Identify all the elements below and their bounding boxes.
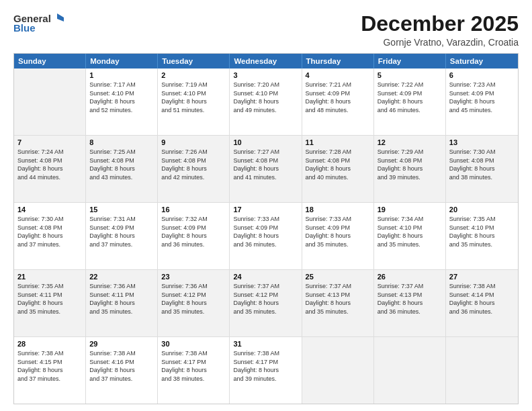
- day-number: 4: [306, 71, 370, 79]
- day-number: 20: [449, 205, 515, 214]
- calendar-cell: 25Sunrise: 7:37 AM Sunset: 4:13 PM Dayli…: [302, 270, 374, 336]
- svg-marker-0: [57, 13, 64, 21]
- calendar-cell: 22Sunrise: 7:36 AM Sunset: 4:11 PM Dayli…: [86, 270, 158, 336]
- day-number: 1: [89, 71, 154, 79]
- cell-info: Sunrise: 7:37 AM Sunset: 4:13 PM Dayligh…: [378, 282, 442, 316]
- calendar-week-4: 21Sunrise: 7:35 AM Sunset: 4:11 PM Dayli…: [14, 270, 518, 337]
- header-monday: Monday: [86, 54, 158, 68]
- calendar-cell: [14, 68, 86, 135]
- logo-bird-icon: [52, 12, 64, 24]
- calendar-cell: 18Sunrise: 7:33 AM Sunset: 4:09 PM Dayli…: [302, 203, 374, 269]
- calendar-cell: 2Sunrise: 7:19 AM Sunset: 4:10 PM Daylig…: [158, 68, 230, 135]
- calendar-cell: 29Sunrise: 7:38 AM Sunset: 4:16 PM Dayli…: [86, 337, 158, 404]
- cell-info: Sunrise: 7:37 AM Sunset: 4:13 PM Dayligh…: [306, 282, 370, 316]
- calendar-cell: 31Sunrise: 7:38 AM Sunset: 4:17 PM Dayli…: [230, 337, 302, 404]
- cell-info: Sunrise: 7:35 AM Sunset: 4:11 PM Dayligh…: [17, 282, 82, 316]
- cell-info: Sunrise: 7:38 AM Sunset: 4:16 PM Dayligh…: [89, 349, 154, 383]
- day-number: 14: [17, 205, 82, 214]
- cell-info: Sunrise: 7:36 AM Sunset: 4:11 PM Dayligh…: [89, 282, 154, 316]
- cell-info: Sunrise: 7:36 AM Sunset: 4:12 PM Dayligh…: [161, 282, 226, 316]
- day-number: 15: [89, 205, 154, 214]
- calendar-cell: 7Sunrise: 7:24 AM Sunset: 4:08 PM Daylig…: [14, 136, 86, 202]
- day-number: 22: [89, 273, 154, 281]
- calendar-cell: 16Sunrise: 7:32 AM Sunset: 4:09 PM Dayli…: [158, 203, 230, 269]
- day-number: 29: [89, 340, 154, 348]
- calendar-cell: 17Sunrise: 7:33 AM Sunset: 4:09 PM Dayli…: [230, 203, 302, 269]
- day-number: 19: [378, 205, 442, 214]
- header-sunday: Sunday: [14, 54, 86, 68]
- calendar-cell: 5Sunrise: 7:22 AM Sunset: 4:09 PM Daylig…: [374, 68, 446, 135]
- cell-info: Sunrise: 7:30 AM Sunset: 4:08 PM Dayligh…: [449, 148, 515, 181]
- day-number: 30: [161, 340, 226, 348]
- header-wednesday: Wednesday: [230, 54, 302, 68]
- header-tuesday: Tuesday: [158, 54, 230, 68]
- cell-info: Sunrise: 7:25 AM Sunset: 4:08 PM Dayligh…: [89, 148, 154, 181]
- calendar-cell: 10Sunrise: 7:27 AM Sunset: 4:08 PM Dayli…: [230, 136, 302, 202]
- cell-info: Sunrise: 7:22 AM Sunset: 4:09 PM Dayligh…: [378, 81, 442, 114]
- cell-info: Sunrise: 7:37 AM Sunset: 4:12 PM Dayligh…: [233, 282, 298, 316]
- calendar-cell: 19Sunrise: 7:34 AM Sunset: 4:10 PM Dayli…: [374, 203, 446, 269]
- cell-info: Sunrise: 7:29 AM Sunset: 4:08 PM Dayligh…: [378, 148, 442, 181]
- header-saturday: Saturday: [446, 54, 518, 68]
- cell-info: Sunrise: 7:24 AM Sunset: 4:08 PM Dayligh…: [17, 148, 82, 181]
- calendar-week-1: 1Sunrise: 7:17 AM Sunset: 4:10 PM Daylig…: [14, 68, 518, 136]
- calendar-cell: 1Sunrise: 7:17 AM Sunset: 4:10 PM Daylig…: [86, 68, 158, 135]
- day-number: 18: [306, 205, 370, 214]
- calendar-cell: 15Sunrise: 7:31 AM Sunset: 4:09 PM Dayli…: [86, 203, 158, 269]
- header-friday: Friday: [374, 54, 446, 68]
- cell-info: Sunrise: 7:34 AM Sunset: 4:10 PM Dayligh…: [378, 215, 442, 248]
- calendar-cell: [302, 337, 374, 404]
- day-number: 13: [449, 138, 515, 146]
- day-number: 27: [449, 273, 515, 281]
- logo-blue: Blue: [13, 22, 36, 34]
- main-title: December 2025: [361, 12, 519, 36]
- calendar-week-2: 7Sunrise: 7:24 AM Sunset: 4:08 PM Daylig…: [14, 136, 518, 203]
- day-number: 25: [306, 273, 370, 281]
- cell-info: Sunrise: 7:38 AM Sunset: 4:15 PM Dayligh…: [17, 349, 82, 383]
- day-number: 12: [378, 138, 442, 146]
- calendar-cell: 23Sunrise: 7:36 AM Sunset: 4:12 PM Dayli…: [158, 270, 230, 336]
- calendar-cell: 4Sunrise: 7:21 AM Sunset: 4:09 PM Daylig…: [302, 68, 374, 135]
- calendar-cell: 14Sunrise: 7:30 AM Sunset: 4:08 PM Dayli…: [14, 203, 86, 269]
- calendar-cell: 28Sunrise: 7:38 AM Sunset: 4:15 PM Dayli…: [14, 337, 86, 404]
- calendar-week-5: 28Sunrise: 7:38 AM Sunset: 4:15 PM Dayli…: [14, 337, 518, 404]
- calendar-cell: 3Sunrise: 7:20 AM Sunset: 4:10 PM Daylig…: [230, 68, 302, 135]
- day-number: 31: [233, 340, 298, 348]
- calendar-cell: [446, 337, 518, 404]
- cell-info: Sunrise: 7:28 AM Sunset: 4:08 PM Dayligh…: [306, 148, 370, 181]
- day-number: 26: [378, 273, 442, 281]
- calendar-body: 1Sunrise: 7:17 AM Sunset: 4:10 PM Daylig…: [14, 68, 518, 404]
- day-number: 11: [306, 138, 370, 146]
- header: General Blue December 2025 Gornje Vratno…: [13, 12, 519, 48]
- calendar-cell: 20Sunrise: 7:35 AM Sunset: 4:10 PM Dayli…: [446, 203, 518, 269]
- cell-info: Sunrise: 7:32 AM Sunset: 4:09 PM Dayligh…: [161, 215, 226, 248]
- cell-info: Sunrise: 7:33 AM Sunset: 4:09 PM Dayligh…: [233, 215, 298, 248]
- day-number: 17: [233, 205, 298, 214]
- cell-info: Sunrise: 7:38 AM Sunset: 4:17 PM Dayligh…: [161, 349, 226, 383]
- calendar: Sunday Monday Tuesday Wednesday Thursday…: [13, 53, 519, 404]
- cell-info: Sunrise: 7:26 AM Sunset: 4:08 PM Dayligh…: [161, 148, 226, 181]
- calendar-cell: 30Sunrise: 7:38 AM Sunset: 4:17 PM Dayli…: [158, 337, 230, 404]
- calendar-cell: [374, 337, 446, 404]
- day-number: 8: [89, 138, 154, 146]
- day-number: 5: [378, 71, 442, 79]
- calendar-header: Sunday Monday Tuesday Wednesday Thursday…: [14, 54, 518, 68]
- day-number: 28: [17, 340, 82, 348]
- cell-info: Sunrise: 7:35 AM Sunset: 4:10 PM Dayligh…: [449, 215, 515, 248]
- cell-info: Sunrise: 7:23 AM Sunset: 4:09 PM Dayligh…: [449, 81, 515, 114]
- calendar-cell: 11Sunrise: 7:28 AM Sunset: 4:08 PM Dayli…: [302, 136, 374, 202]
- day-number: 9: [161, 138, 226, 146]
- logo: General Blue: [13, 12, 64, 34]
- calendar-cell: 21Sunrise: 7:35 AM Sunset: 4:11 PM Dayli…: [14, 270, 86, 336]
- cell-info: Sunrise: 7:30 AM Sunset: 4:08 PM Dayligh…: [17, 215, 82, 248]
- page: General Blue December 2025 Gornje Vratno…: [0, 0, 532, 411]
- day-number: 3: [233, 71, 298, 79]
- day-number: 21: [17, 273, 82, 281]
- day-number: 16: [161, 205, 226, 214]
- calendar-cell: 9Sunrise: 7:26 AM Sunset: 4:08 PM Daylig…: [158, 136, 230, 202]
- calendar-cell: 12Sunrise: 7:29 AM Sunset: 4:08 PM Dayli…: [374, 136, 446, 202]
- header-thursday: Thursday: [302, 54, 374, 68]
- day-number: 24: [233, 273, 298, 281]
- cell-info: Sunrise: 7:17 AM Sunset: 4:10 PM Dayligh…: [89, 81, 154, 114]
- calendar-cell: 26Sunrise: 7:37 AM Sunset: 4:13 PM Dayli…: [374, 270, 446, 336]
